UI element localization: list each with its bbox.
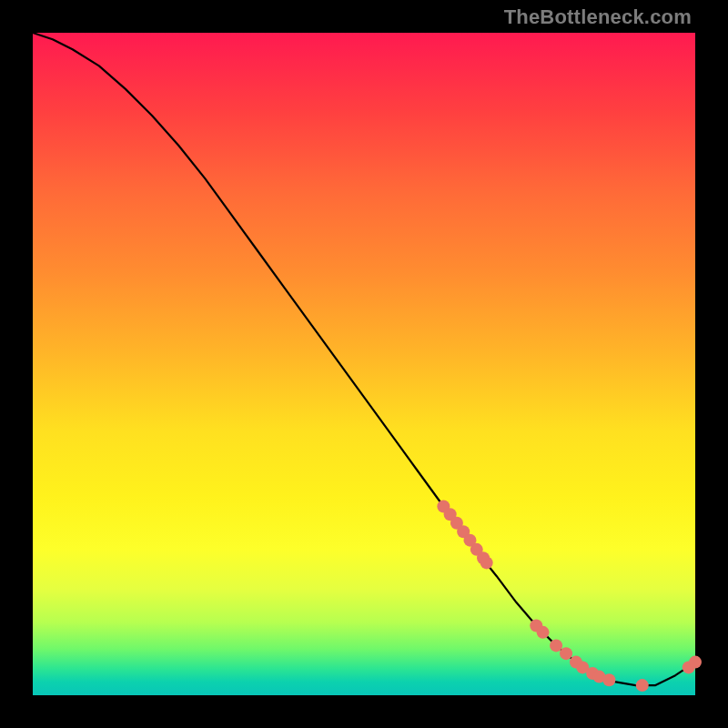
chart-svg — [33, 33, 695, 695]
data-point — [550, 639, 562, 652]
data-points-group — [437, 500, 702, 693]
data-point — [560, 647, 572, 660]
data-point — [602, 673, 615, 686]
data-point — [689, 656, 702, 669]
data-point — [537, 626, 550, 639]
plot-area — [33, 33, 695, 695]
bottleneck-curve — [33, 33, 695, 685]
chart-frame: TheBottleneck.com — [0, 0, 728, 728]
data-point — [636, 679, 649, 692]
data-point — [480, 556, 493, 569]
watermark-text: TheBottleneck.com — [504, 5, 692, 29]
